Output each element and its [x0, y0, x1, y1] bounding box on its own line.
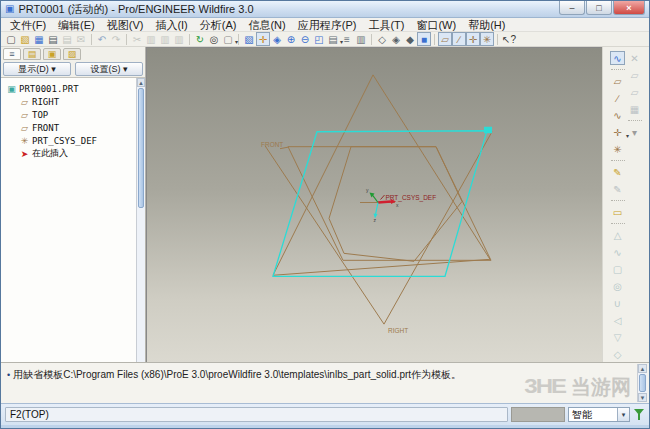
close-button[interactable]: ×: [613, 1, 645, 15]
hidden-line-button[interactable]: ◈: [389, 32, 403, 46]
annotation-icon[interactable]: ✎: [610, 182, 625, 196]
datum-axis-icon[interactable]: ∕: [610, 91, 625, 105]
datum-csys-icon[interactable]: ✳: [610, 142, 625, 156]
selection-filter-combo[interactable]: 智能 ▾: [568, 407, 630, 422]
saved-views-button[interactable]: ▤▾: [326, 32, 340, 46]
redo-button[interactable]: ↷: [109, 32, 123, 46]
tree-scrollbar[interactable]: ▲: [136, 78, 145, 362]
scroll-down-icon[interactable]: ▼: [638, 393, 647, 402]
sketch-tool-icon[interactable]: ∿: [610, 51, 625, 65]
datum-csys-toggle[interactable]: ✳: [480, 32, 494, 46]
filter-icon[interactable]: [633, 407, 645, 422]
sweep-icon[interactable]: ∿: [610, 245, 625, 259]
layers-button[interactable]: ≡: [340, 32, 354, 46]
draft-icon[interactable]: ◇: [610, 347, 625, 361]
right-plane-label[interactable]: RIGHT: [388, 327, 408, 334]
folder-browser-tab[interactable]: ▤: [23, 48, 41, 60]
show-menu-button[interactable]: 显示(D) ▾: [3, 62, 71, 76]
datum-wireframe: [265, 75, 492, 324]
pattern-icon[interactable]: ✕: [627, 51, 642, 65]
menu-item-1[interactable]: 编辑(E): [52, 18, 101, 32]
scroll-up-icon[interactable]: ▲: [137, 78, 145, 87]
more-tools-icon[interactable]: ▾: [627, 125, 642, 139]
view-manager-button[interactable]: ▥: [354, 32, 368, 46]
chamfer-icon[interactable]: ◁: [610, 313, 625, 327]
datum-point-icon[interactable]: ✛▾: [610, 125, 625, 139]
axis-y-label: y: [366, 187, 369, 193]
message-scrollbar[interactable]: ▲ ▼: [637, 364, 647, 402]
tree-item-insert-here[interactable]: ➤在此插入: [4, 147, 136, 160]
tree-item-front[interactable]: ▱FRONT: [4, 121, 136, 134]
tree-item-top[interactable]: ▱TOP: [4, 108, 136, 121]
repaint-button[interactable]: ▧: [242, 32, 256, 46]
tree-scrollbar-thumb[interactable]: [138, 88, 144, 208]
copy-geometry-icon[interactable]: ▱: [627, 68, 642, 82]
favorites-tab[interactable]: ▣: [43, 48, 61, 60]
context-help-button[interactable]: ↖?: [501, 32, 515, 46]
print-setup-button[interactable]: ▤: [60, 32, 74, 46]
select-box-button[interactable]: ▢▾: [221, 32, 235, 46]
csys-triad[interactable]: PRT_CSYS_DEF x y z: [360, 187, 436, 224]
front-plane-label[interactable]: FRONT: [261, 141, 283, 148]
menu-item-8[interactable]: 窗口(W): [410, 18, 462, 32]
message-scrollbar-thumb[interactable]: [639, 374, 646, 392]
refit-button[interactable]: ◰: [312, 32, 326, 46]
table-icon[interactable]: ▦: [627, 102, 642, 116]
minimize-button[interactable]: –: [559, 1, 585, 15]
menu-item-6[interactable]: 应用程序(P): [292, 18, 363, 32]
model-tree-tab[interactable]: ≡: [3, 48, 21, 60]
main-toolbar: ▢▧▦▤▤✉↶↷✂▥▥▥↻◎▢▾▧✛◈⊕⊖◰▤▾≡▥◇◈◆■▱∕✛✳↖?: [1, 32, 649, 47]
settings-menu-button[interactable]: 设置(S) ▾: [75, 62, 143, 76]
plane-drag-handle[interactable]: [484, 127, 492, 133]
3d-viewport[interactable]: FRONT RIGHT PRT_CSYS_DEF x y z: [146, 47, 602, 362]
tree-item-part[interactable]: ▣PRT0001.PRT: [4, 82, 136, 95]
datum-planes-toggle[interactable]: ▱: [438, 32, 452, 46]
open-file-button[interactable]: ▧: [18, 32, 32, 46]
menu-item-0[interactable]: 文件(F): [4, 18, 52, 32]
paste-special-button[interactable]: ▥: [172, 32, 186, 46]
cut-button[interactable]: ✂: [130, 32, 144, 46]
orient-mode-button[interactable]: ◈: [270, 32, 284, 46]
datum-curve-icon[interactable]: ∿: [610, 108, 625, 122]
extrude-icon[interactable]: ▭: [610, 205, 625, 219]
zoom-out-button[interactable]: ⊖: [298, 32, 312, 46]
round-icon[interactable]: ∪: [610, 296, 625, 310]
shaded-button[interactable]: ■: [417, 32, 431, 46]
send-mail-button[interactable]: ✉: [74, 32, 88, 46]
undo-button[interactable]: ↶: [95, 32, 109, 46]
regenerate-button[interactable]: ↻: [193, 32, 207, 46]
no-hidden-button[interactable]: ◆: [403, 32, 417, 46]
find-button[interactable]: ◎: [207, 32, 221, 46]
blend-icon[interactable]: ▢: [610, 262, 625, 276]
menu-item-3[interactable]: 插入(I): [149, 18, 193, 32]
shell-icon[interactable]: ▽: [610, 330, 625, 344]
connections-tab[interactable]: ▨: [63, 48, 81, 60]
datum-axes-toggle[interactable]: ∕: [452, 32, 466, 46]
print-button[interactable]: ▤: [46, 32, 60, 46]
csys-label[interactable]: PRT_CSYS_DEF: [386, 194, 437, 202]
datum-plane-icon[interactable]: ▱: [610, 74, 625, 88]
wireframe-button[interactable]: ◇: [375, 32, 389, 46]
status-message: 用缺省模板C:\Program Files (x86)\ProE 3.0\pro…: [13, 369, 461, 380]
merge-icon[interactable]: ▱: [627, 85, 642, 99]
combo-dropdown-icon[interactable]: ▾: [617, 408, 629, 421]
datum-points-toggle[interactable]: ✛: [466, 32, 480, 46]
spin-center-button[interactable]: ✛: [256, 32, 270, 46]
menu-item-4[interactable]: 分析(A): [194, 18, 243, 32]
save-button[interactable]: ▦: [32, 32, 46, 46]
revolve-icon[interactable]: △: [610, 228, 625, 242]
maximize-button[interactable]: □: [586, 1, 612, 15]
menu-item-2[interactable]: 视图(V): [101, 18, 150, 32]
menu-item-5[interactable]: 信息(N): [242, 18, 291, 32]
paste-button[interactable]: ▥: [158, 32, 172, 46]
hole-icon[interactable]: ◎: [610, 279, 625, 293]
sketched-datum-icon[interactable]: ✎: [610, 165, 625, 179]
tree-item-csys[interactable]: ✳PRT_CSYS_DEF: [4, 134, 136, 147]
new-file-button[interactable]: ▢: [4, 32, 18, 46]
zoom-in-button[interactable]: ⊕: [284, 32, 298, 46]
menu-item-9[interactable]: 帮助(H): [462, 18, 511, 32]
copy-button[interactable]: ▥: [144, 32, 158, 46]
tree-item-right[interactable]: ▱RIGHT: [4, 95, 136, 108]
menu-item-7[interactable]: 工具(T): [362, 18, 410, 32]
scroll-up-icon[interactable]: ▲: [638, 364, 647, 373]
